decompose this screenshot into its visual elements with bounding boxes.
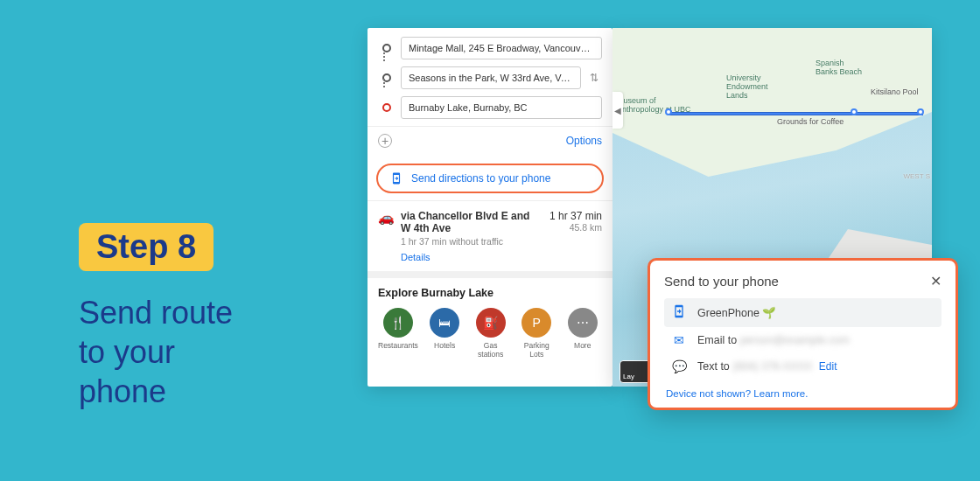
explore-icon: ⛽ — [476, 308, 506, 338]
explore-item[interactable]: ⋯More — [563, 308, 602, 359]
explore-label: Hotels — [425, 341, 465, 350]
route-polyline — [669, 112, 923, 115]
route-distance: 45.8 km — [550, 222, 602, 233]
explore-label: More — [563, 341, 602, 350]
step-instruction: Send routeto yourphone — [79, 293, 233, 411]
popup-email-option[interactable]: ✉ Email to person@example.com — [664, 327, 942, 353]
popup-email-value: person@example.com — [740, 334, 850, 346]
edit-link[interactable]: Edit — [819, 360, 837, 373]
map-label-kitsilano[interactable]: Kitsilano Pool — [871, 87, 919, 96]
popup-text-option[interactable]: 💬 Text to (604) 376-XXXX Edit — [664, 353, 942, 380]
route-point[interactable] — [917, 108, 924, 115]
options-link[interactable]: Options — [566, 135, 602, 147]
explore-row: 🍴Restaurants🛏Hotels⛽Gas stationsPParking… — [378, 308, 602, 359]
route-point[interactable] — [850, 108, 858, 115]
collapse-panel-button[interactable]: ◀ — [612, 92, 623, 129]
sms-icon: 💬 — [671, 359, 687, 373]
popup-text-prefix: Text to — [697, 360, 730, 373]
explore-icon: P — [522, 308, 551, 338]
popup-title: Send to your phone — [664, 274, 779, 289]
swap-icon[interactable]: ⇅ — [586, 72, 602, 84]
popup-device-option[interactable]: GreenPhone 🌱 — [664, 298, 942, 327]
send-to-phone-button[interactable]: Send directions to your phone — [376, 164, 604, 193]
map-label-west: WEST S — [903, 172, 930, 180]
explore-item[interactable]: 🛏Hotels — [425, 308, 465, 359]
popup-device-name: GreenPhone 🌱 — [697, 306, 776, 319]
map-label-anthropology[interactable]: Museum ofAnthropology at UBC — [617, 96, 691, 114]
explore-item[interactable]: PParking Lots — [517, 308, 556, 359]
popup-text-value: (604) 376-XXXX — [732, 360, 812, 373]
map-label-grounds[interactable]: Grounds for Coffee — [777, 117, 844, 126]
destination-pin-icon — [382, 103, 391, 112]
destination-input-2[interactable]: Seasons in the Park, W 33rd Ave, Vancou… — [401, 66, 581, 89]
route-duration: 1 hr 37 min — [550, 210, 602, 222]
explore-icon: 🍴 — [383, 308, 413, 338]
phone-icon — [671, 304, 687, 321]
destination-input-3[interactable]: Burnaby Lake, Burnaby, BC — [401, 96, 602, 119]
map-label-spanish: SpanishBanks Beach — [816, 59, 862, 76]
popup-learn-more-link[interactable]: Device not shown? Learn more. — [664, 388, 942, 399]
step-badge: Step 8 — [79, 223, 214, 271]
close-icon[interactable]: ✕ — [930, 273, 942, 289]
route-point[interactable] — [665, 108, 672, 115]
send-phone-icon — [390, 172, 402, 185]
explore-title: Explore Burnaby Lake — [378, 287, 602, 299]
send-to-phone-popup: Send to your phone ✕ GreenPhone 🌱 ✉ Emai… — [648, 258, 958, 410]
car-icon: 🚗 — [378, 210, 392, 262]
destination-input-1[interactable]: Mintage Mall, 245 E Broadway, Vancouve… — [401, 37, 602, 59]
explore-label: Gas stations — [471, 341, 510, 359]
explore-label: Parking Lots — [517, 341, 556, 359]
explore-item[interactable]: ⛽Gas stations — [471, 308, 510, 359]
send-to-phone-label: Send directions to your phone — [411, 172, 550, 185]
route-via: via Chancellor Blvd E and W 4th Ave — [401, 210, 541, 234]
explore-icon: 🛏 — [430, 308, 459, 338]
popup-email-prefix: Email to — [697, 334, 737, 346]
explore-icon: ⋯ — [568, 308, 598, 338]
explore-item[interactable]: 🍴Restaurants — [378, 308, 418, 359]
explore-label: Restaurants — [378, 341, 418, 350]
map-label-endowment: UniversityEndowmentLands — [726, 73, 768, 100]
email-icon: ✉ — [671, 333, 687, 347]
route-summary[interactable]: 🚗 via Chancellor Blvd E and W 4th Ave 1 … — [368, 200, 612, 271]
route-details-link[interactable]: Details — [401, 252, 541, 262]
directions-panel: Mintage Mall, 245 E Broadway, Vancouve… … — [368, 28, 612, 387]
route-traffic: 1 hr 37 min without traffic — [401, 236, 541, 247]
add-destination-button[interactable]: + — [378, 134, 392, 148]
